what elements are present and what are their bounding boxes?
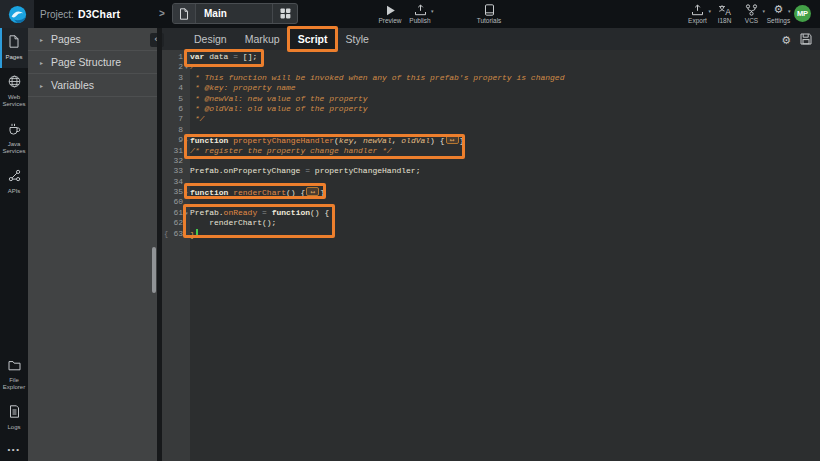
rail-item-label: Web Services xyxy=(1,94,28,108)
page-tab-main[interactable]: Main xyxy=(172,3,298,24)
code-fold-widget[interactable]: ↔ xyxy=(446,135,459,144)
page-tab-label: Main xyxy=(196,4,272,23)
fold-caret-icon[interactable]: ▾ xyxy=(183,208,190,218)
line-number: 7 xyxy=(162,114,183,124)
book-icon xyxy=(484,2,495,16)
fold-caret-icon[interactable]: ▸ xyxy=(183,187,190,197)
rail-item-label: Java Services xyxy=(1,141,28,155)
code-line[interactable]: 31/* register the property change handle… xyxy=(162,146,820,156)
code-line[interactable]: 5 * @newVal: new value of the property xyxy=(162,94,820,104)
gutter-spacer xyxy=(183,73,190,83)
code-line[interactable]: 8 xyxy=(162,125,820,135)
code-text: function renderChart() {↔} xyxy=(190,187,820,197)
fold-caret-icon[interactable]: ▸ xyxy=(183,135,190,145)
rail-item-label: Logs xyxy=(1,424,28,431)
rail-item-java-services[interactable]: Java Services xyxy=(0,115,28,162)
code-line[interactable]: 1var data = []; xyxy=(162,52,820,62)
line-number: 34 xyxy=(162,177,183,187)
text-cursor xyxy=(196,229,198,238)
code-line[interactable]: 32 xyxy=(162,156,820,166)
code-line[interactable]: 34 xyxy=(162,177,820,187)
code-line[interactable]: 7 */ xyxy=(162,114,820,124)
line-number: 32 xyxy=(162,156,183,166)
left-rail: PagesWeb ServicesJava ServicesAPIs File … xyxy=(0,28,28,461)
code-line[interactable]: 3 * This function will be invoked when a… xyxy=(162,73,820,83)
sidebar-item-label: Variables xyxy=(51,79,94,91)
sidebar-item-page-structure[interactable]: ▸Page Structure xyxy=(28,51,157,74)
code-line[interactable]: 33Prefab.onPropertyChange = propertyChan… xyxy=(162,166,820,176)
gutter-spacer xyxy=(183,166,190,176)
save-button[interactable] xyxy=(800,33,812,45)
tab-script[interactable]: Script xyxy=(289,28,337,50)
rail-bottom-group: File ExplorerLogs ••• xyxy=(0,351,28,458)
line-number: 3 xyxy=(162,73,183,83)
code-line[interactable]: 62 renderChart(); xyxy=(162,218,820,228)
code-line[interactable]: {63} xyxy=(162,229,820,239)
export-button[interactable]: ▾Export xyxy=(684,2,711,24)
caret-right-icon: ▸ xyxy=(40,59,51,66)
tutorials-button[interactable]: Tutorials xyxy=(474,2,504,24)
caret-right-icon: ▸ xyxy=(40,36,51,43)
project-label: Project: xyxy=(40,9,74,20)
breadcrumb-chevron-icon: > xyxy=(159,8,165,19)
gutter-spacer xyxy=(183,104,190,114)
sidebar-item-pages[interactable]: ▸Pages xyxy=(28,28,157,51)
code-line[interactable]: 6 * @oldVal: old value of the property xyxy=(162,104,820,114)
caret-right-icon: ▸ xyxy=(40,82,51,89)
code-line[interactable]: 2▾/* xyxy=(162,62,820,72)
page-switcher-button[interactable] xyxy=(272,4,297,23)
code-line[interactable]: 60 xyxy=(162,197,820,207)
code-line[interactable]: 61▾Prefab.onReady = function() { xyxy=(162,208,820,218)
tab-design[interactable]: Design xyxy=(185,28,236,50)
action-label: VCS xyxy=(745,17,758,24)
project-breadcrumb: Project: D3Chart xyxy=(40,0,120,28)
code-text: * @newVal: new value of the property xyxy=(190,94,820,104)
rail-item-logs[interactable]: Logs xyxy=(0,398,28,438)
chevron-down-icon: ▾ xyxy=(788,8,791,14)
i18n-button[interactable]: AI18N xyxy=(711,2,738,24)
more-options-button[interactable]: ••• xyxy=(0,438,28,458)
rail-item-label: File Explorer xyxy=(1,377,28,391)
wavemaker-studio-window: Project: D3Chart > Main Preview▾PublishT… xyxy=(0,0,820,461)
gutter-spacer xyxy=(183,218,190,228)
svg-text:A: A xyxy=(725,7,731,16)
globe-icon xyxy=(8,74,21,92)
code-line[interactable]: 4 * @key: property name xyxy=(162,83,820,93)
line-number: 2 xyxy=(162,62,183,72)
vcs-button[interactable]: ▾VCS xyxy=(738,2,765,24)
gutter-spacer xyxy=(183,156,190,166)
editor-settings-button[interactable]: ⚙ xyxy=(781,30,791,48)
rail-item-web-services[interactable]: Web Services xyxy=(0,68,28,115)
rail-item-file-explorer[interactable]: File Explorer xyxy=(0,351,28,398)
line-number: 31 xyxy=(162,146,183,156)
code-fold-widget[interactable]: ↔ xyxy=(306,187,319,196)
rail-item-pages[interactable]: Pages xyxy=(0,28,28,68)
wavemaker-logo-icon xyxy=(8,5,27,24)
project-name: D3Chart xyxy=(78,8,120,20)
user-avatar[interactable]: MP xyxy=(794,5,811,22)
settings-button[interactable]: ⚙▾Settings xyxy=(765,2,792,24)
line-number: 5 xyxy=(162,94,183,104)
toolbar-right-actions: ▾ExportAI18N▾VCS⚙▾Settings xyxy=(684,2,792,24)
sidebar-scrollbar-thumb[interactable] xyxy=(152,247,156,293)
line-number: 60 xyxy=(162,197,183,207)
play-icon xyxy=(385,2,396,16)
code-line[interactable]: 9▸function propertyChangeHandler(key, ne… xyxy=(162,135,820,145)
code-line[interactable]: 35▸function renderChart() {↔} xyxy=(162,187,820,197)
tray-up-icon: ▾ xyxy=(414,2,427,16)
publish-button[interactable]: ▾Publish xyxy=(405,2,435,24)
tab-markup[interactable]: Markup xyxy=(236,28,289,50)
rail-top-group: PagesWeb ServicesJava ServicesAPIs xyxy=(0,28,28,202)
line-number: 33 xyxy=(162,166,183,176)
rail-item-label: APIs xyxy=(1,188,28,195)
rail-item-apis[interactable]: APIs xyxy=(0,162,28,202)
code-text: * @key: property name xyxy=(190,83,820,93)
editor-tab-bar: DesignMarkupScriptStyle ⚙ xyxy=(162,28,820,50)
fold-caret-icon[interactable]: ▾ xyxy=(183,62,190,72)
code-text xyxy=(190,197,820,207)
code-editor[interactable]: 1var data = [];2▾/*3 * This function wil… xyxy=(162,52,820,239)
app-logo[interactable] xyxy=(0,0,34,28)
tab-style[interactable]: Style xyxy=(336,28,377,50)
preview-button[interactable]: Preview xyxy=(375,2,405,24)
sidebar-item-variables[interactable]: ▸Variables xyxy=(28,74,157,97)
